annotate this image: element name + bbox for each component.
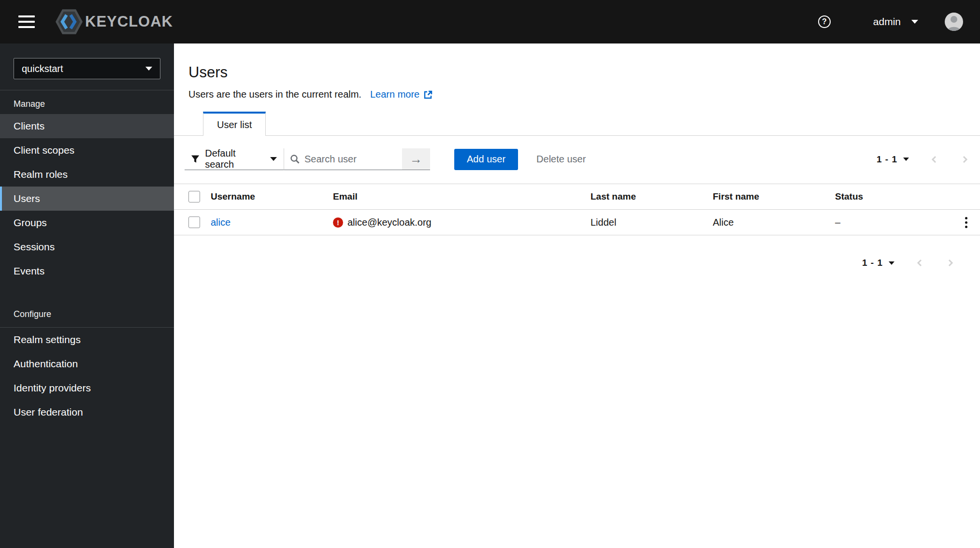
column-header-last-name: Last name xyxy=(586,184,708,210)
realm-selector[interactable]: quickstart xyxy=(14,58,160,79)
external-link-icon xyxy=(423,90,433,100)
row-checkbox[interactable] xyxy=(188,216,200,228)
column-header-username: Username xyxy=(206,184,328,210)
hamburger-menu-icon[interactable] xyxy=(18,15,35,28)
sidebar-item-realm-settings[interactable]: Realm settings xyxy=(0,328,174,352)
pagination-bottom: 1 - 1 xyxy=(174,258,980,268)
sidebar-item-user-federation[interactable]: User federation xyxy=(0,400,174,424)
nav-section-manage: ManageClientsClient scopesRealm rolesUse… xyxy=(0,90,174,283)
page-title: Users xyxy=(188,64,966,81)
nav-section-title: Manage xyxy=(0,90,174,114)
chevron-right-icon xyxy=(947,258,954,268)
arrow-right-icon: → xyxy=(410,152,422,167)
table-header-row: UsernameEmailLast nameFirst nameStatus xyxy=(174,184,980,210)
delete-user-button[interactable]: Delete user xyxy=(536,154,586,165)
select-all-checkbox[interactable] xyxy=(188,191,200,202)
sidebar-item-users[interactable]: Users xyxy=(0,187,174,211)
prev-page-button[interactable] xyxy=(930,155,938,164)
next-page-button[interactable] xyxy=(961,155,969,164)
column-header-status: Status xyxy=(830,184,952,210)
search-type-dropdown[interactable]: Default search xyxy=(185,148,284,170)
nav-section-configure: ConfigureRealm settingsAuthenticationIde… xyxy=(0,303,174,424)
user-link[interactable]: alice xyxy=(211,217,231,228)
keycloak-hexagon-icon xyxy=(55,8,83,35)
next-page-button[interactable] xyxy=(947,258,954,268)
realm-name: quickstart xyxy=(22,63,145,74)
toolbar: Default search → Add user Delete user 1 … xyxy=(174,136,980,170)
sidebar-item-realm-roles[interactable]: Realm roles xyxy=(0,162,174,187)
chevron-right-icon xyxy=(961,155,969,164)
filter-icon xyxy=(191,155,199,163)
sidebar-item-authentication[interactable]: Authentication xyxy=(0,352,174,376)
main-content: Users Users are the users in the current… xyxy=(174,43,980,548)
learn-more-link[interactable]: Learn more xyxy=(370,89,433,100)
column-header-email: Email xyxy=(328,184,586,210)
status-value: – xyxy=(830,210,952,235)
avatar[interactable] xyxy=(945,13,963,31)
first-name-value: Alice xyxy=(708,210,830,235)
chevron-down-icon xyxy=(145,67,152,71)
user-menu[interactable]: admin xyxy=(873,16,918,28)
search-icon xyxy=(290,154,300,164)
search-box xyxy=(284,148,402,170)
table-row: alice!alice@keycloak.orgLiddelAlice– xyxy=(174,210,980,235)
users-table: UsernameEmailLast nameFirst nameStatus a… xyxy=(174,184,980,235)
sidebar-item-client-scopes[interactable]: Client scopes xyxy=(0,138,174,162)
username-label: admin xyxy=(873,16,901,28)
search-input[interactable] xyxy=(304,154,387,165)
email-warning-icon: ! xyxy=(333,217,343,228)
chevron-left-icon xyxy=(930,155,938,164)
sidebar: quickstart ManageClientsClient scopesRea… xyxy=(0,43,174,548)
sidebar-item-identity-providers[interactable]: Identity providers xyxy=(0,376,174,400)
brand-text: KEYCLOAK xyxy=(85,13,173,30)
tab-user-list[interactable]: User list xyxy=(203,112,266,136)
sidebar-item-sessions[interactable]: Sessions xyxy=(0,235,174,259)
page-range-label: 1 - 1 xyxy=(862,258,883,268)
search-submit-button[interactable]: → xyxy=(402,148,430,170)
help-icon[interactable]: ? xyxy=(818,15,831,28)
nav-section-title: Configure xyxy=(0,303,174,328)
row-actions-kebab-icon[interactable] xyxy=(963,215,969,230)
pagination-top: 1 - 1 xyxy=(877,154,969,165)
prev-page-button[interactable] xyxy=(916,258,923,268)
sidebar-item-clients[interactable]: Clients xyxy=(0,114,174,138)
add-user-button[interactable]: Add user xyxy=(454,149,518,170)
keycloak-logo: KEYCLOAK xyxy=(55,8,173,35)
column-header-first-name: First name xyxy=(708,184,830,210)
chevron-down-icon[interactable] xyxy=(889,261,894,265)
page-range-label: 1 - 1 xyxy=(877,154,897,165)
tab-bar: User list xyxy=(174,113,980,136)
person-icon xyxy=(945,13,963,31)
chevron-down-icon xyxy=(270,157,277,161)
sidebar-item-events[interactable]: Events xyxy=(0,259,174,283)
masthead: KEYCLOAK ? admin xyxy=(0,0,980,43)
sidebar-item-groups[interactable]: Groups xyxy=(0,211,174,235)
last-name-value: Liddel xyxy=(586,210,708,235)
chevron-down-icon[interactable] xyxy=(903,158,909,161)
email-value: alice@keycloak.org xyxy=(347,217,432,228)
search-type-label: Default search xyxy=(205,148,264,170)
page-subtitle: Users are the users in the current realm… xyxy=(188,89,361,100)
chevron-down-icon xyxy=(911,20,918,24)
chevron-left-icon xyxy=(916,258,923,268)
page-header: Users Users are the users in the current… xyxy=(174,43,980,100)
